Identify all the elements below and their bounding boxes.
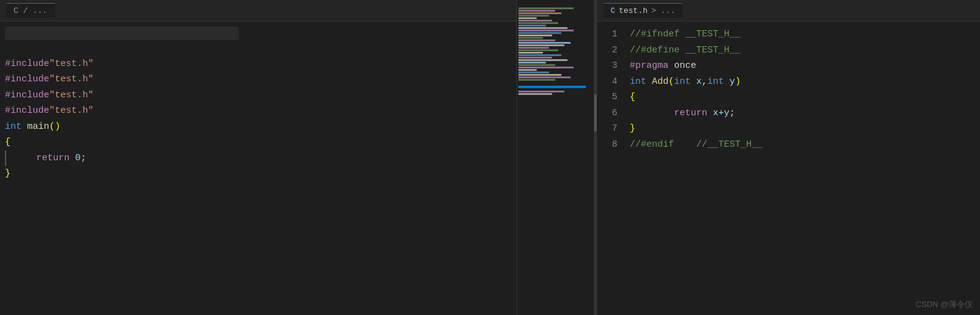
mm-line-9: [518, 27, 568, 29]
brace-close-add: }: [630, 121, 635, 137]
mm-line-20: [518, 54, 561, 56]
right-panel: C test.h > ... 1 2 3 4 5 6 7 8 //#ifndef…: [597, 0, 980, 315]
mm-line-2: [518, 10, 555, 12]
mm-line-32: [518, 93, 552, 95]
mm-line-18: [518, 49, 558, 51]
mm-line-21: [518, 57, 552, 59]
right-line-8: //#endif //__TEST_H__: [630, 137, 980, 153]
code-line-3: #include"test.h": [5, 88, 516, 104]
mm-line-30: [518, 79, 555, 81]
keyword-include-4: #include: [5, 103, 49, 119]
string-testh-3: "test.h": [49, 88, 94, 104]
mm-line-25: [518, 67, 574, 68]
code-line-7: return 0;: [5, 150, 516, 166]
mm-line-4: [518, 15, 549, 17]
param-x: x: [696, 74, 702, 90]
code-line-blank: [5, 40, 516, 56]
code-line-4: #include"test.h": [5, 103, 516, 119]
right-tab[interactable]: C test.h > ...: [603, 3, 683, 18]
line-num-2: 2: [597, 43, 617, 59]
left-code-lines: #include"test.h" #include"test.h" #inclu…: [0, 27, 516, 310]
mm-line-12: [518, 35, 552, 36]
keyword-pragma: #pragma: [630, 58, 674, 74]
brace-close: }: [5, 166, 10, 182]
mm-line-3: [518, 12, 561, 14]
keyword-include-1: #include: [5, 56, 49, 72]
mm-highlight-bar: [518, 86, 586, 88]
type-int-2: int: [674, 74, 696, 90]
right-line-4: int Add(int x,int y): [630, 74, 980, 90]
mm-line-5: [518, 17, 537, 19]
keyword-once: once: [674, 58, 696, 74]
code-line-header: [5, 27, 516, 40]
mm-line-6: [518, 20, 552, 22]
right-tab-bar: C test.h > ...: [597, 0, 980, 22]
line-num-8: 8: [597, 137, 617, 153]
minimap-thumb[interactable]: [594, 94, 596, 131]
mm-line-23: [518, 62, 546, 63]
right-line-5: {: [630, 89, 980, 105]
brace-open-add: {: [630, 89, 635, 105]
line-num-1: 1: [597, 27, 617, 43]
comment-define: //#define __TEST_H__: [630, 43, 741, 59]
mm-line-17: [518, 47, 549, 49]
mm-line-31: [518, 91, 564, 92]
mm-line-29: [518, 76, 571, 78]
code-line-5: int main(): [5, 119, 516, 135]
type-int-1: int: [630, 74, 652, 90]
minimap-content: [517, 0, 596, 98]
mm-line-22: [518, 59, 568, 61]
right-line-3: #pragma once: [630, 58, 980, 74]
right-line-1: //#ifndef __TEST_H__: [630, 27, 980, 43]
line-num-7: 7: [597, 121, 617, 137]
code-line-1: #include"test.h": [5, 56, 516, 72]
file-icon-c: C: [611, 7, 615, 15]
param-y: y: [729, 74, 735, 90]
right-code-lines: //#ifndef __TEST_H__ //#define __TEST_H_…: [625, 27, 980, 310]
minimap-scrollbar[interactable]: [594, 0, 596, 315]
line-num-6: 6: [597, 105, 617, 121]
mm-line-13: [518, 37, 543, 39]
minimap-panel: [517, 0, 597, 315]
mm-line-24: [518, 64, 555, 66]
mm-line-26: [518, 69, 537, 71]
editor-container: C / ... #include"test.h" #include"test.h…: [0, 0, 980, 315]
keyword-int-main: int: [5, 119, 22, 135]
return-value: x+y: [713, 105, 729, 121]
paren-add-close: ): [735, 74, 741, 90]
code-line-2: #include"test.h": [5, 72, 516, 88]
mm-line-1: [518, 7, 574, 9]
line-num-3: 3: [597, 58, 617, 74]
left-panel: C / ... #include"test.h" #include"test.h…: [0, 0, 517, 315]
brace-open: {: [5, 134, 10, 150]
mm-line-11: [518, 32, 561, 34]
left-tab[interactable]: C / ...: [6, 3, 55, 18]
line-num-4: 4: [597, 74, 617, 90]
comma-1: ,: [702, 74, 707, 90]
string-testh-1: "test.h": [49, 56, 94, 72]
mm-line-27: [518, 72, 549, 73]
keyword-return: return: [14, 150, 75, 166]
line-indicator: [5, 150, 14, 166]
keyword-include-3: #include: [5, 88, 49, 104]
mm-line-15: [518, 42, 571, 44]
mm-line-28: [518, 74, 561, 76]
keyword-include-2: #include: [5, 72, 49, 88]
right-line-2: //#define __TEST_H__: [630, 43, 980, 59]
mm-line-16: [518, 44, 564, 46]
string-testh-4: "test.h": [49, 103, 94, 119]
right-line-7: }: [630, 121, 980, 137]
code-line-6: {: [5, 134, 516, 150]
type-int-3: int: [707, 74, 729, 90]
comment-ifndef: //#ifndef __TEST_H__: [630, 27, 741, 43]
comment-endif: //#endif //__TEST_H__: [630, 137, 763, 153]
mm-line-14: [518, 39, 555, 41]
line-num-5: 5: [597, 89, 617, 105]
line-numbers: 1 2 3 4 5 6 7 8: [597, 27, 625, 310]
mm-line-8: [518, 25, 546, 27]
mm-line-10: [518, 30, 574, 31]
left-tab-bar: C / ...: [0, 0, 516, 22]
string-testh-2: "test.h": [49, 72, 94, 88]
value-zero: 0: [75, 150, 81, 166]
mm-line-19: [518, 52, 543, 54]
